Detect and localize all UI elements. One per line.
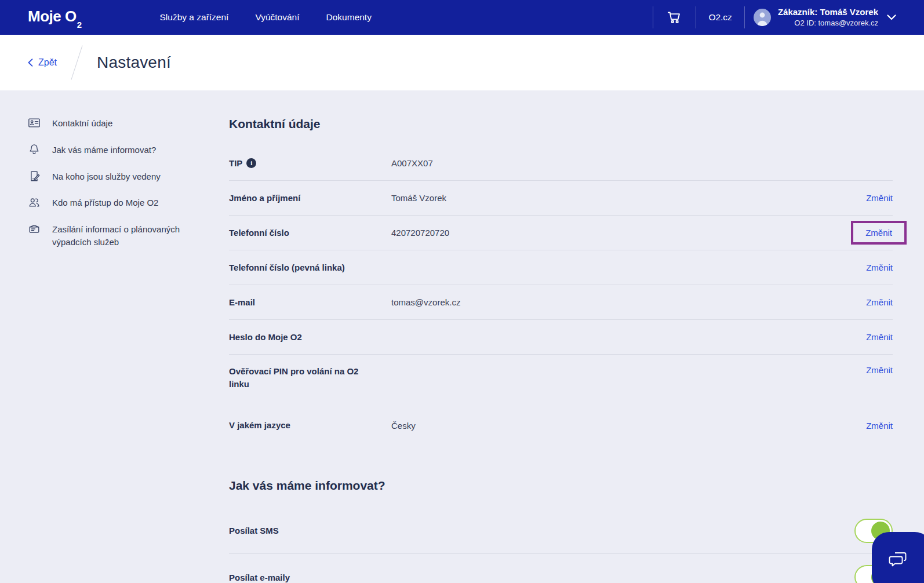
account-info: Zákazník: Tomáš Vzorek O2 ID: tomas@vzor… [778,6,878,28]
change-password-button[interactable]: Změnit [866,332,893,342]
breadcrumb-slash [71,45,82,79]
account-menu[interactable]: Zákazník: Tomáš Vzorek O2 ID: tomas@vzor… [745,6,896,28]
chevron-left-icon [28,59,33,67]
row-label: Ověřovací PIN pro volání na O2 linku [229,365,391,391]
row-value: tomas@vzorek.cz [391,297,866,307]
breadcrumb: Zpět Nastavení [0,35,924,90]
row-label-text: TIP [229,157,242,170]
change-email-button[interactable]: Změnit [866,297,893,307]
row-label: Telefonní číslo (pevná linka) [229,261,391,274]
sidebar-item-label: Zasílání informací o plánovaných výpadcí… [52,223,195,249]
main-nav: Služby a zařízení Vyúčtování Dokumenty [160,12,372,23]
row-value: 420720720720 [391,228,851,238]
customer-o2id: O2 ID: tomas@vzorek.cz [778,18,878,28]
row-label: Heslo do Moje O2 [229,331,391,344]
topbar-right: O2.cz Zákazník: Tomáš Vzorek O2 ID: toma… [653,6,896,28]
row-value: Česky [391,421,866,431]
notifications-section: Jak vás máme informovat? Posílat SMS Pos… [229,479,893,583]
row-label: E-mail [229,296,391,309]
sidebar-item-label: Kontaktní údaje [52,117,112,130]
sidebar-item-jak-vas-mame-informovat[interactable]: Jak vás máme informovat? [28,144,202,156]
nav-item-dokumenty[interactable]: Dokumenty [326,12,372,23]
notifications-section-heading: Jak vás máme informovat? [229,479,893,493]
change-name-button[interactable]: Změnit [866,193,893,203]
sidebar-item-label: Na koho jsou služby vedeny [52,170,161,183]
toggle-label: Posílat SMS [229,526,279,535]
table-row-jazyk: V jakém jazyce Česky Změnit [229,408,893,443]
table-row-pevna-linka: Telefonní číslo (pevná linka) Změnit [229,250,893,285]
chat-bubbles-icon [888,550,908,569]
settings-content: Kontaktní údaje Jak vás máme informovat?… [0,90,924,583]
contact-section-heading: Kontaktní údaje [229,117,893,131]
row-value: Tomáš Vzorek [391,193,866,203]
mail-stack-icon [28,223,41,249]
logo-text: Moje O [28,8,77,25]
info-icon[interactable]: i [246,158,256,168]
row-value: A007XX07 [391,158,893,168]
chevron-down-icon [887,14,896,20]
document-edit-icon [28,170,41,183]
sidebar-item-na-koho-jsou-sluzby-vedeny[interactable]: Na koho jsou služby vedeny [28,170,202,183]
toggle-label: Posílat e-maily [229,573,290,582]
table-row-pin: Ověřovací PIN pro volání na O2 linku Změ… [229,355,893,408]
toggle-row-email: Posílat e-maily [229,554,893,583]
highlight-annotation-box: Změnit [851,221,907,245]
o2cz-link[interactable]: O2.cz [696,12,744,23]
table-row-tip: TIP i A007XX07 [229,146,893,181]
back-label: Zpět [38,57,57,68]
contact-card-icon [28,116,41,130]
back-link[interactable]: Zpět [28,57,57,68]
page-title: Nastavení [97,53,171,72]
customer-name: Zákazník: Tomáš Vzorek [778,6,878,18]
change-phone-button[interactable]: Změnit [865,228,892,238]
row-label: TIP i [229,157,391,170]
sidebar-item-kontaktni-udaje[interactable]: Kontaktní údaje [28,117,202,130]
nav-item-sluzby-a-zarizeni[interactable]: Služby a zařízení [160,12,229,23]
people-icon [28,196,41,209]
sidebar-item-label: Jak vás máme informovat? [52,144,156,156]
table-row-heslo: Heslo do Moje O2 Změnit [229,320,893,355]
change-language-button[interactable]: Změnit [866,421,893,431]
cart-icon [667,10,682,25]
sidebar-item-zasilani-informaci[interactable]: Zasílání informací o plánovaných výpadcí… [28,223,202,249]
row-label: Jméno a příjmení [229,192,391,205]
moje-o2-logo[interactable]: Moje O2 [28,8,81,27]
row-label: Telefonní číslo [229,227,391,239]
sidebar-item-label: Kdo má přístup do Moje O2 [52,196,158,209]
main-panel: Kontaktní údaje TIP i A007XX07 Jméno a p… [229,117,893,583]
table-row-email: E-mail tomas@vzorek.cz Změnit [229,285,893,320]
cart-button[interactable] [653,10,696,25]
sidebar-item-kdo-ma-pristup[interactable]: Kdo má přístup do Moje O2 [28,196,202,209]
bell-icon [28,143,41,156]
settings-sidebar: Kontaktní údaje Jak vás máme informovat?… [28,117,202,583]
change-landline-button[interactable]: Změnit [866,263,893,272]
logo-subscript: 2 [77,20,82,30]
avatar [754,9,771,26]
change-pin-button[interactable]: Změnit [866,365,893,375]
top-navigation-bar: Moje O2 Služby a zařízení Vyúčtování Dok… [0,0,924,35]
row-label: V jakém jazyce [229,419,391,432]
table-row-telefonni-cislo: Telefonní číslo 420720720720 Změnit [229,216,893,250]
toggle-row-sms: Posílat SMS [229,508,893,554]
nav-item-vyuctovani[interactable]: Vyúčtování [255,12,299,23]
chat-button[interactable] [872,532,924,583]
table-row-jmeno: Jméno a příjmení Tomáš Vzorek Změnit [229,181,893,216]
